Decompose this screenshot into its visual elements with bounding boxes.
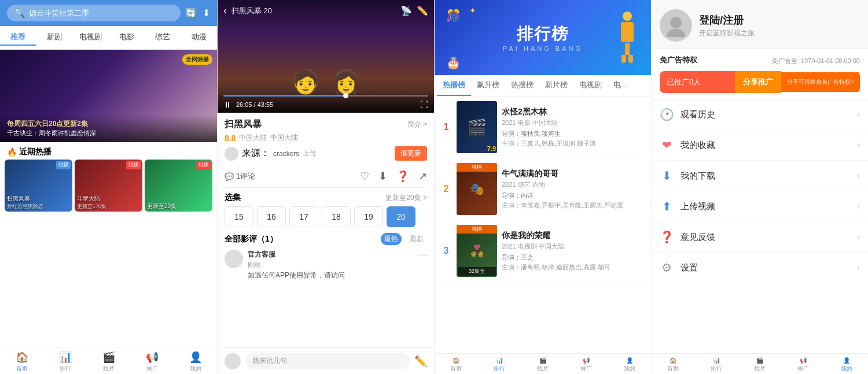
download-action-icon[interactable]: ⬇ — [378, 170, 387, 183]
menu-downloads[interactable]: ⬇ 我的下载 › — [652, 161, 868, 191]
login-text[interactable]: 登陆/注册 — [699, 13, 860, 27]
grid-item-2[interactable]: 独播 更新至20集 — [145, 160, 212, 212]
profile-nav-me[interactable]: 👤 我的 — [825, 357, 868, 373]
find-icon: 🎬 — [102, 351, 115, 364]
comment-count[interactable]: 💬 1评论 — [225, 171, 255, 182]
ranking-item-2[interactable]: 2 🎭 独播 牛气满满的哥哥 2021 综艺 内地 导演：内详 主演：李维嘉,乔… — [440, 158, 645, 220]
user-info: 登陆/注册 开启蓝猫影视之旅 — [699, 13, 860, 38]
grid-item-1[interactable]: 独播 斗罗大陆 更新至170集 — [75, 160, 142, 212]
bottom-nav-find[interactable]: 🎬 找片 — [87, 351, 130, 373]
profile-nav-home[interactable]: 🏠 首页 — [652, 357, 695, 373]
bottom-nav-rank[interactable]: 📊 排行 — [43, 351, 87, 373]
grid-item-0[interactable]: 独播 扫黑风暴 孙红雷惩黑除恶 — [5, 160, 72, 212]
search-bar[interactable]: 🔍 德云斗笑社第二季 — [7, 5, 181, 21]
menu-upload[interactable]: ⬆ 上传视频 › — [652, 191, 868, 222]
profile-panel: 登陆/注册 开启蓝猫影视之旅 免广告特权 免广告至: 1970-01-01 08… — [651, 0, 868, 374]
cast-icon[interactable]: 📡 — [400, 5, 412, 16]
home-bottom-nav: 🏠 首页 📊 排行 🎬 找片 📢 推广 👤 我的 — [0, 347, 217, 374]
confetti-1: 🎊 — [446, 9, 461, 23]
comment-input[interactable]: 我来说几句 — [245, 353, 410, 369]
video-player[interactable]: 🧑 👩 ‹ 扫黑风暴 20 📡 ✏️ ⏸ 26:05 / 43:55 ⛶ — [218, 0, 434, 113]
like-icon[interactable]: ♡ — [360, 170, 369, 183]
profile-nav-find[interactable]: 🎬 找片 — [738, 357, 782, 373]
tab-rising[interactable]: 飙升榜 — [471, 75, 505, 96]
intro-button[interactable]: 简介 > — [407, 120, 427, 129]
comment-label: 1评论 — [236, 171, 255, 182]
ad-expire: 免广告至: 1970-01-01 08:00:00 — [772, 57, 860, 65]
rank-bottom-me[interactable]: 👤 我的 — [608, 357, 651, 373]
tab-tv[interactable]: 电视剧 — [573, 75, 608, 96]
me-nav-label: 我的 — [190, 365, 201, 373]
bottom-nav-me[interactable]: 👤 我的 — [174, 351, 217, 373]
tab-search[interactable]: 热搜榜 — [505, 75, 539, 96]
ranking-item-3[interactable]: 3 💑 独播 32集全 你是我的荣耀 2021 电视剧 中国大陆 导演：王之 主… — [440, 220, 645, 282]
share-icon[interactable]: ↗ — [418, 170, 427, 183]
episode-16[interactable]: 16 — [257, 206, 286, 227]
rank-bottom-promote[interactable]: 📢 推广 — [564, 357, 608, 373]
rank-bottom-home[interactable]: 🏠 首页 — [435, 357, 478, 373]
rating-value: 8.8 — [225, 134, 236, 143]
menu-settings[interactable]: ⚙ 设置 › — [652, 253, 868, 283]
comment-icon: 💬 — [225, 172, 234, 181]
ranking-item-1[interactable]: 1 🎬 7.9 水怪2黑木林 2021 电影 中国大陆 导演：项秋良,项河生 主… — [440, 97, 645, 158]
bottom-nav-promote[interactable]: 📢 推广 — [130, 351, 174, 373]
promo-button[interactable]: 分享推广 — [735, 71, 781, 93]
bottom-nav-home[interactable]: 🏠 首页 — [0, 351, 43, 373]
progress-bar[interactable] — [223, 95, 428, 97]
episode-18[interactable]: 18 — [322, 206, 351, 227]
history-icon[interactable]: 🔄 — [185, 8, 197, 18]
update-button[interactable]: 催更新 — [395, 146, 427, 161]
help-icon[interactable]: ❓ — [396, 170, 409, 183]
menu-favorites[interactable]: ❤ 我的收藏 › — [652, 130, 868, 161]
tab-hot[interactable]: 热播榜 — [437, 75, 471, 96]
promo-hint[interactable]: 分享可得终身免广告特权> — [781, 72, 860, 92]
tab-new[interactable]: 新片榜 — [539, 75, 573, 96]
fullscreen-icon[interactable]: ⛶ — [420, 100, 428, 109]
rank-bottom-find[interactable]: 🎬 找片 — [521, 357, 565, 373]
upload-arrow: › — [857, 201, 860, 212]
region-text: 中国大陆 — [239, 133, 267, 143]
fav-arrow: › — [857, 140, 860, 150]
nav-item-recommend[interactable]: 推荐 — [0, 29, 36, 46]
home-banner[interactable]: 每周四五六日20点更新2集 千古玦尘：周冬雨许凯虚恋情深 全网独播 — [0, 50, 217, 142]
source-name: crackers — [273, 150, 299, 158]
episode-15[interactable]: 15 — [225, 206, 253, 227]
hot-section-title: 🔥 近期热播 — [0, 142, 217, 160]
comment-item: 官方客服 ⋯ 刚刚 如遇任何APP使用异常，请访问 — [225, 250, 427, 280]
tab-more[interactable]: 电... — [608, 75, 633, 96]
tab-new[interactable]: 最新 — [406, 233, 427, 245]
rank-bottom-rank[interactable]: 📊 排行 — [478, 357, 521, 373]
menu-feedback[interactable]: ❓ 意见反馈 › — [652, 222, 868, 253]
nav-item-tv[interactable]: 电视剧 — [72, 29, 109, 46]
episode-19[interactable]: 19 — [354, 206, 383, 227]
download-icon[interactable]: ⬇ — [203, 8, 210, 18]
video-title: 扫黑风暴 20 — [231, 6, 396, 16]
thumb-2: 🎭 独播 — [457, 163, 497, 215]
pencil-icon[interactable]: ✏️ — [417, 5, 428, 16]
comment-input-row: 我来说几句 ✏️ — [218, 347, 434, 374]
nav-item-movie[interactable]: 电影 — [109, 29, 145, 46]
edit-icon[interactable]: ✏️ — [414, 355, 427, 368]
back-button[interactable]: ‹ — [223, 5, 227, 17]
home-nav: 推荐 新剧 电视剧 电影 综艺 动漫 — [0, 26, 217, 50]
nav-item-newdrama[interactable]: 新剧 — [36, 29, 73, 46]
ranking-tabs: 热播榜 飙升榜 热搜榜 新片榜 电视剧 电... — [435, 75, 651, 97]
profile-nav-promote[interactable]: 📢 推广 — [781, 357, 825, 373]
banner-subtitle: 千古玦尘：周冬雨许凯虚恋情深 — [7, 129, 210, 138]
episodes-grid: 15 16 17 18 19 20 — [225, 206, 427, 227]
episodes-update[interactable]: 更新至20集 > — [385, 193, 427, 203]
nav-item-variety[interactable]: 综艺 — [145, 29, 181, 46]
profile-nav-rank[interactable]: 📊 排行 — [695, 357, 738, 373]
ad-header: 免广告特权 免广告至: 1970-01-01 08:00:00 — [660, 55, 860, 66]
feedback-arrow: › — [857, 232, 860, 242]
comment-menu[interactable]: ⋯ — [418, 250, 427, 261]
menu-history[interactable]: 🕐 观看历史 › — [652, 99, 868, 130]
pause-icon[interactable]: ⏸ — [223, 100, 231, 109]
tab-hot[interactable]: 最热 — [381, 233, 402, 245]
episode-20[interactable]: 20 — [387, 206, 415, 227]
ranking-banner: 🎊 ✦ 🎂 排行榜 PAI HANG BANG — [435, 0, 651, 75]
episode-17[interactable]: 17 — [289, 206, 318, 227]
thumb-icon-1: 🎬 — [467, 118, 487, 137]
nav-item-anime[interactable]: 动漫 — [181, 29, 218, 46]
history-menu-icon: 🕐 — [660, 108, 674, 121]
